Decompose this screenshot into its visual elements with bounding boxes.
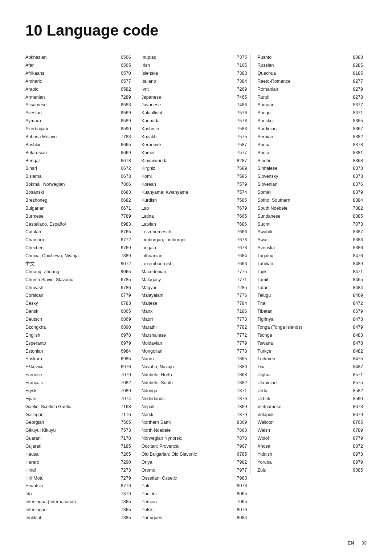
- language-code: 7265: [118, 451, 131, 458]
- list-item: Arabic6582: [25, 86, 131, 94]
- language-code: 6565: [118, 62, 131, 69]
- language-code: 7869: [234, 404, 247, 410]
- list-item: Ελληνικά6976: [25, 363, 131, 371]
- language-code: 8278: [350, 94, 363, 101]
- language-name: Sinhalese: [257, 165, 350, 172]
- language-code: 7967: [234, 443, 247, 450]
- list-item: Armenian7289: [25, 93, 131, 101]
- list-item: Slovenian8376: [257, 181, 363, 189]
- list-item: Chamorro6772: [25, 236, 131, 244]
- list-item: Nauru7865: [142, 355, 247, 363]
- language-name: Hindi: [25, 467, 118, 474]
- language-code: 7886: [234, 364, 247, 370]
- list-item: Ukrainian8575: [257, 379, 363, 387]
- column-0: Abkhazian6566Afar6565Afrikaans6570Amhari…: [25, 54, 135, 522]
- language-code: 7679: [234, 205, 247, 212]
- language-code: 8277: [350, 78, 363, 85]
- language-code: 6983: [118, 221, 131, 228]
- list-item: Occitan; Provencal7967: [142, 443, 247, 451]
- language-name: North Ndebele: [142, 427, 234, 434]
- list-item: Português8084: [142, 514, 247, 522]
- list-item: Kurdish7585: [142, 197, 247, 205]
- footer-language: EN: [347, 540, 354, 546]
- language-code: 7678: [234, 245, 247, 251]
- language-name: Rundi: [257, 94, 350, 101]
- language-name: Marshallese: [142, 332, 234, 339]
- list-item: Česky6783: [25, 300, 131, 308]
- language-name: Tigrinya: [257, 316, 350, 323]
- list-item: Old Bulgarian; Old Slavonic6785: [142, 451, 247, 459]
- language-code: 6569: [118, 110, 131, 116]
- list-item: Avestan6569: [25, 109, 131, 117]
- language-name: Welsh: [257, 427, 350, 434]
- list-item: Frysk7089: [25, 387, 131, 395]
- language-code: 8382: [350, 134, 363, 140]
- language-code: 7865: [234, 356, 247, 362]
- language-code: 6772: [118, 237, 131, 243]
- language-name: Norsk: [142, 412, 234, 418]
- list-item: Deutsch6869: [25, 316, 131, 324]
- language-code: 7073: [350, 221, 363, 228]
- language-code: 7784: [234, 300, 247, 307]
- language-name: Chuang; Zhuang: [25, 269, 118, 275]
- list-item: Malayalam7776: [142, 292, 247, 300]
- list-item: Français7082: [25, 379, 131, 387]
- language-name: Sanskrit: [257, 118, 350, 124]
- language-code: 7789: [118, 213, 131, 220]
- list-item: Sardinian8367: [257, 125, 363, 133]
- list-item: Mongolian7778: [142, 347, 247, 355]
- list-item: Samoan8377: [257, 101, 363, 109]
- list-item: Chewa; Chichewa; Nyanja7889: [25, 252, 131, 260]
- language-name: Turkmen: [257, 356, 350, 362]
- list-item: Hausa7265: [25, 451, 131, 459]
- language-code: 8482: [350, 348, 363, 355]
- language-code: 7579: [234, 181, 247, 188]
- language-name: Belarusian: [25, 150, 118, 156]
- language-name: Letzeburgesch;: [142, 229, 234, 235]
- language-name: Türkçe: [257, 348, 350, 355]
- list-item: Hrwatski6779: [25, 482, 131, 490]
- language-name: South Ndebele: [257, 205, 350, 212]
- language-name: Quechua: [257, 70, 350, 77]
- language-name: Shona: [257, 142, 350, 148]
- language-code: 7279: [118, 475, 131, 482]
- language-code: 7779: [234, 340, 247, 347]
- language-code: 8384: [350, 197, 363, 204]
- language-name: Bashkir: [25, 142, 118, 148]
- language-name: Sotho; Southern: [257, 197, 350, 204]
- language-code: 6985: [118, 356, 131, 362]
- language-code: 6566: [118, 54, 131, 61]
- list-item: Magyar7285: [142, 284, 247, 292]
- language-code: 8368: [350, 158, 363, 164]
- language-name: Telugu: [257, 292, 350, 299]
- language-code: 9065: [118, 269, 131, 275]
- language-code: 7578: [234, 118, 247, 124]
- list-item: Japanese7465: [142, 93, 247, 101]
- list-item: Nederlands7876: [142, 395, 247, 403]
- language-name: Romanian: [257, 86, 350, 93]
- language-name: Moldavian: [142, 340, 234, 347]
- list-item: Aymara6589: [25, 117, 131, 125]
- list-item: Kashmiri7583: [142, 125, 247, 133]
- language-code: 6582: [118, 86, 131, 93]
- language-name: Interlingue: [25, 507, 118, 513]
- list-item: Tatar8484: [257, 284, 363, 292]
- language-code: 8383: [350, 237, 363, 243]
- language-name: Xhosa: [257, 443, 350, 450]
- language-code: 7783: [118, 134, 131, 140]
- list-item: Gikuyu; Kikuyu7573: [25, 427, 131, 435]
- list-item: Korean7579: [142, 181, 247, 189]
- language-code: 8673: [350, 404, 363, 410]
- list-item: Dzongkha6890: [25, 324, 131, 332]
- language-name: Chamorro: [25, 237, 118, 243]
- list-item: Urdu8582: [257, 387, 363, 395]
- list-item: North Ndebele7868: [142, 427, 247, 435]
- list-item: Uzbek8590: [257, 395, 363, 403]
- footer: EN 39: [25, 540, 367, 546]
- language-code: 7577: [234, 150, 247, 156]
- language-name: Georgian: [25, 419, 118, 426]
- list-item: Sindhi8368: [257, 157, 363, 165]
- list-item: Raeto-Romance8277: [257, 78, 363, 86]
- list-item: Luxembourgish;7666: [142, 260, 247, 268]
- language-code: 8065: [234, 491, 247, 497]
